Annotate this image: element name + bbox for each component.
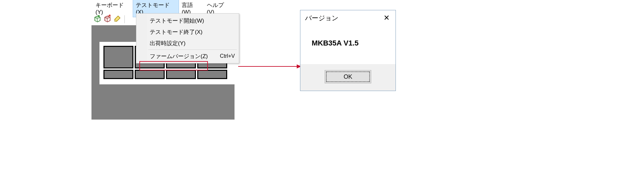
key-cell[interactable] bbox=[197, 70, 227, 79]
dialog-titlebar: バージョン ✕ bbox=[300, 10, 396, 26]
menu-item-label: テストモード開始(W) bbox=[150, 17, 204, 25]
cube-green-icon[interactable] bbox=[93, 15, 101, 24]
menu-item-label: 出荷時設定(Y) bbox=[150, 40, 186, 47]
menu-item-label: ファームバージョン(Z) bbox=[150, 52, 208, 60]
menu-item-testmode-end[interactable]: テストモード終了(X) bbox=[137, 26, 238, 38]
key-cell[interactable] bbox=[135, 70, 165, 79]
testmode-dropdown: テストモード開始(W) テストモード終了(X) 出荷時設定(Y) ファームバージ… bbox=[136, 13, 239, 63]
menu-item-testmode-start[interactable]: テストモード開始(W) bbox=[137, 15, 238, 26]
menubar: キーボード(Y) テストモード(X) 言語(W) ヘルプ(V) bbox=[91, 3, 235, 13]
menu-item-label: テストモード終了(X) bbox=[150, 28, 203, 36]
menu-keyboard[interactable]: キーボード(Y) bbox=[93, 0, 133, 17]
cube-red-icon[interactable] bbox=[103, 15, 111, 24]
menu-item-factory-reset[interactable]: 出荷時設定(Y) bbox=[137, 38, 238, 49]
menu-item-firmware-version[interactable]: ファームバージョン(Z) Ctrl+V bbox=[137, 50, 238, 62]
menu-item-shortcut: Ctrl+V bbox=[214, 53, 235, 59]
dialog-message: MKB35A V1.5 bbox=[300, 26, 396, 64]
arrow-icon bbox=[238, 63, 301, 70]
close-icon[interactable]: ✕ bbox=[381, 12, 392, 24]
eraser-icon[interactable] bbox=[113, 15, 121, 24]
dropdown-divider bbox=[148, 49, 237, 50]
toolbar-divider bbox=[124, 15, 125, 23]
version-dialog: バージョン ✕ MKB35A V1.5 OK bbox=[300, 10, 396, 91]
key-cell[interactable] bbox=[103, 70, 133, 79]
key-cell[interactable] bbox=[103, 46, 133, 68]
key-cell[interactable] bbox=[166, 70, 196, 79]
ok-button[interactable]: OK bbox=[325, 70, 371, 83]
dialog-title: バージョン bbox=[305, 14, 338, 23]
dialog-footer: OK bbox=[300, 64, 396, 91]
